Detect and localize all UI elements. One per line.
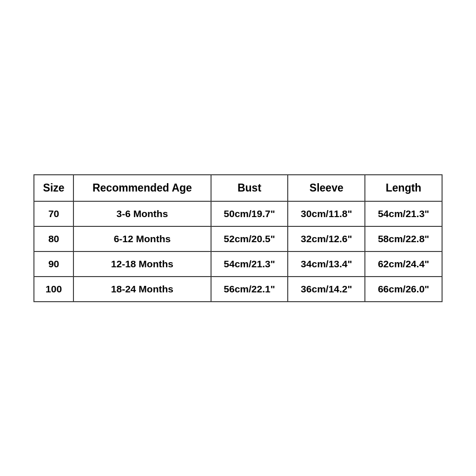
cell-bust: 56cm/22.1": [211, 277, 288, 302]
header-length: Length: [365, 175, 442, 201]
cell-bust: 54cm/21.3": [211, 251, 288, 277]
cell-size: 90: [34, 251, 73, 277]
cell-bust: 52cm/20.5": [211, 226, 288, 251]
table-row: 806-12 Months52cm/20.5"32cm/12.6"58cm/22…: [34, 226, 442, 251]
size-chart-table: Size Recommended Age Bust Sleeve Length …: [33, 174, 443, 302]
table-header-row: Size Recommended Age Bust Sleeve Length: [34, 175, 442, 201]
size-chart-container: Size Recommended Age Bust Sleeve Length …: [33, 174, 443, 302]
cell-size: 80: [34, 226, 73, 251]
cell-sleeve: 36cm/14.2": [288, 277, 365, 302]
header-size: Size: [34, 175, 73, 201]
cell-length: 66cm/26.0": [365, 277, 442, 302]
header-bust: Bust: [211, 175, 288, 201]
cell-sleeve: 30cm/11.8": [288, 201, 365, 226]
cell-size: 100: [34, 277, 73, 302]
cell-age: 12-18 Months: [73, 251, 211, 277]
cell-age: 3-6 Months: [73, 201, 211, 226]
cell-sleeve: 34cm/13.4": [288, 251, 365, 277]
cell-sleeve: 32cm/12.6": [288, 226, 365, 251]
table-row: 703-6 Months50cm/19.7"30cm/11.8"54cm/21.…: [34, 201, 442, 226]
header-recommended-age: Recommended Age: [73, 175, 211, 201]
cell-age: 18-24 Months: [73, 277, 211, 302]
cell-length: 62cm/24.4": [365, 251, 442, 277]
table-row: 10018-24 Months56cm/22.1"36cm/14.2"66cm/…: [34, 277, 442, 302]
cell-size: 70: [34, 201, 73, 226]
cell-length: 58cm/22.8": [365, 226, 442, 251]
cell-bust: 50cm/19.7": [211, 201, 288, 226]
cell-age: 6-12 Months: [73, 226, 211, 251]
table-row: 9012-18 Months54cm/21.3"34cm/13.4"62cm/2…: [34, 251, 442, 277]
cell-length: 54cm/21.3": [365, 201, 442, 226]
header-sleeve: Sleeve: [288, 175, 365, 201]
